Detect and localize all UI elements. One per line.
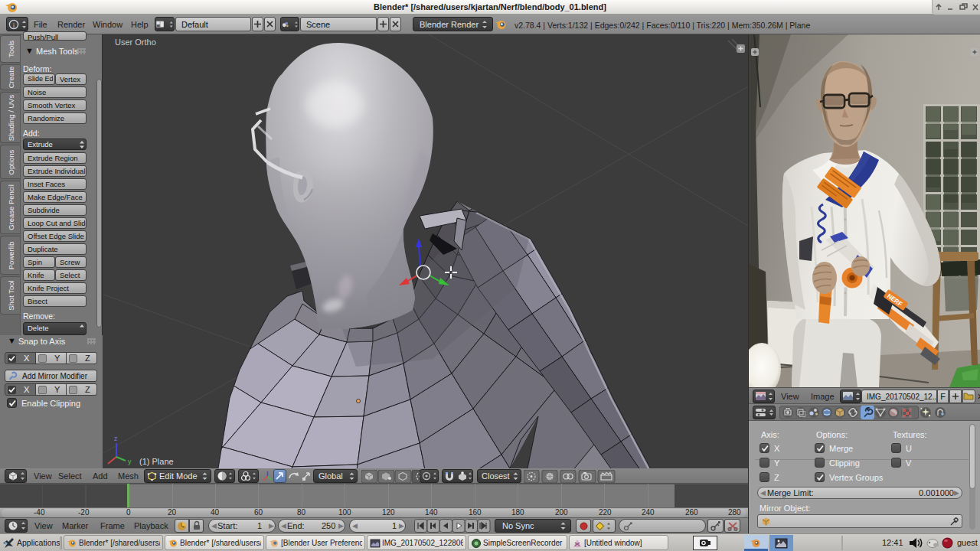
svg-text:z: z [114, 435, 118, 442]
svg-text:(1) Plane: (1) Plane [139, 457, 174, 466]
svg-text:y: y [128, 458, 132, 465]
svg-text:i: i [13, 21, 15, 29]
svg-text:User Ortho: User Ortho [115, 37, 156, 47]
